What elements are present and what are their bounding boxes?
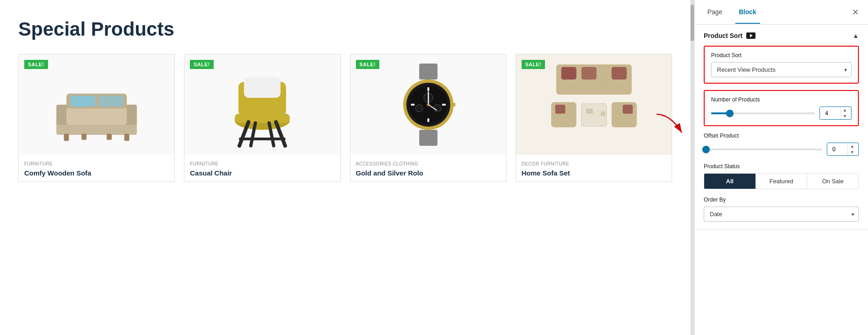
sale-badge: SALE! (190, 60, 214, 69)
svg-rect-21 (419, 130, 437, 146)
svg-rect-25 (427, 87, 429, 91)
svg-rect-10 (107, 134, 112, 140)
product-image-wrapper: SALE! (19, 54, 174, 155)
product-image-wrapper: SALE! (516, 54, 672, 155)
products-grid: SALE! (18, 54, 672, 182)
number-input-wrapper: ▲ ▼ (819, 106, 852, 120)
product-sort-select[interactable]: Recent View Products All Products Featur… (711, 62, 852, 77)
offset-product-block: Offset Product ▲ ▼ (704, 133, 859, 156)
product-category: ACCESSORIES CLOTHING (356, 161, 501, 166)
product-info: ACCESSORIES CLOTHING Gold and Silver Rol… (350, 155, 506, 181)
scrollbar-thumb[interactable] (690, 5, 694, 41)
status-featured-button[interactable]: Featured (756, 174, 808, 189)
section-title: Product Sort (704, 32, 755, 39)
product-category: FURNITURE (24, 161, 169, 166)
product-image-wrapper: SALE! (350, 54, 506, 155)
svg-point-31 (434, 105, 441, 112)
product-card: SALE! (350, 54, 507, 182)
product-card: SALE! (516, 54, 672, 182)
svg-rect-43 (623, 105, 633, 114)
product-sort-section: Product Sort ▲ Product Sort Recent View … (695, 25, 868, 229)
svg-rect-5 (70, 96, 96, 106)
tab-block[interactable]: Block (735, 1, 760, 24)
status-on-sale-button[interactable]: On Sale (807, 174, 858, 189)
video-icon (746, 32, 755, 39)
panel-tabs: Page Block ✕ (695, 0, 868, 25)
product-info: FURNITURE Comfy Wooden Sofa (19, 155, 174, 181)
offset-spinner-buttons: ▲ ▼ (847, 144, 857, 155)
product-sort-select-wrapper: Recent View Products All Products Featur… (711, 62, 852, 77)
offset-spinner-up-button[interactable]: ▲ (848, 144, 857, 149)
svg-rect-3 (66, 107, 127, 125)
svg-rect-26 (427, 118, 429, 122)
svg-rect-45 (586, 109, 593, 114)
slider-track (711, 112, 815, 114)
offset-slider-row: ▲ ▼ (704, 143, 859, 156)
svg-rect-27 (442, 104, 446, 106)
svg-rect-8 (124, 134, 129, 141)
product-card: SALE! (184, 54, 340, 182)
close-button[interactable]: ✕ (852, 8, 859, 16)
offset-input[interactable] (827, 143, 847, 155)
svg-rect-6 (99, 96, 124, 106)
product-card: SALE! (18, 54, 175, 182)
offset-label: Offset Product (704, 133, 859, 139)
order-by-label: Order By (704, 197, 859, 203)
right-panel: Page Block ✕ Product Sort ▲ Product Sort… (694, 0, 868, 335)
offset-slider-wrapper (704, 145, 822, 154)
product-info: DECOR FURNITURE Home Sofa Set (516, 155, 672, 181)
number-of-products-label: Number of Products (711, 96, 852, 103)
spinner-down-button[interactable]: ▼ (841, 113, 849, 119)
svg-rect-38 (581, 67, 596, 80)
svg-rect-9 (81, 134, 86, 140)
number-input[interactable] (820, 107, 840, 119)
product-name: Comfy Wooden Sofa (24, 169, 169, 177)
order-by-select[interactable]: Date Price Name Rating (704, 207, 859, 222)
svg-point-46 (600, 111, 605, 116)
number-of-products-red-box: Number of Products ▲ ▼ (704, 90, 859, 126)
status-buttons-group: All Featured On Sale (704, 173, 859, 189)
product-info: FURNITURE Casual Chair (184, 155, 340, 181)
scrollbar[interactable] (690, 0, 694, 335)
product-category: DECOR FURNITURE (522, 161, 666, 166)
product-name: Home Sofa Set (522, 169, 666, 177)
product-sort-label: Product Sort (711, 52, 852, 58)
slider-thumb[interactable] (726, 110, 733, 117)
sale-badge: SALE! (24, 60, 48, 69)
offset-slider-thumb[interactable] (702, 146, 710, 153)
offset-slider-track (704, 149, 822, 150)
status-all-button[interactable]: All (704, 174, 756, 189)
order-by-select-wrapper: Date Price Name Rating ▾ (704, 207, 859, 222)
svg-rect-37 (561, 67, 576, 80)
sale-badge: SALE! (522, 60, 545, 69)
svg-rect-39 (611, 67, 626, 80)
product-status-label: Product Status (704, 163, 859, 170)
tab-page[interactable]: Page (704, 1, 726, 24)
offset-spinner-down-button[interactable]: ▼ (848, 149, 857, 155)
offset-number-input-wrapper: ▲ ▼ (827, 143, 859, 156)
page-title: Special Products (18, 18, 672, 40)
product-status-block: Product Status All Featured On Sale (704, 163, 859, 189)
product-name: Casual Chair (190, 169, 334, 177)
svg-rect-20 (419, 64, 437, 80)
svg-point-30 (415, 105, 423, 112)
number-slider-row: ▲ ▼ (711, 106, 852, 120)
svg-rect-28 (411, 104, 415, 106)
spinner-up-button[interactable]: ▲ (841, 107, 849, 113)
main-content: Special Products SALE! (0, 0, 690, 335)
product-category: FURNITURE (190, 161, 334, 166)
number-slider-wrapper (711, 109, 815, 118)
svg-rect-14 (244, 77, 280, 98)
sale-badge: SALE! (356, 60, 380, 69)
svg-rect-41 (555, 105, 565, 114)
svg-rect-7 (64, 134, 69, 141)
svg-point-34 (427, 103, 430, 106)
order-by-block: Order By Date Price Name Rating ▾ (704, 197, 859, 222)
product-name: Gold and Silver Rolo (356, 169, 501, 177)
chevron-up-icon[interactable]: ▲ (852, 32, 859, 39)
product-sort-red-box: Product Sort Recent View Products All Pr… (704, 46, 859, 84)
product-image-wrapper: SALE! (184, 54, 340, 155)
svg-rect-35 (452, 103, 455, 106)
spinner-buttons: ▲ ▼ (840, 107, 849, 119)
section-header: Product Sort ▲ (704, 32, 859, 39)
